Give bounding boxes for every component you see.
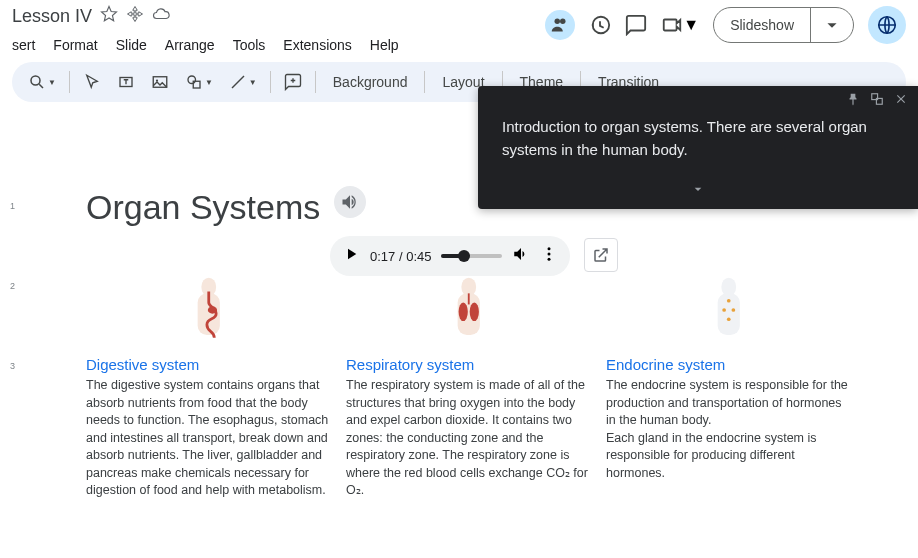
- digestive-image: [86, 272, 332, 348]
- volume-icon[interactable]: [512, 245, 530, 267]
- menu-arrange[interactable]: Arrange: [157, 33, 223, 57]
- svg-point-9: [548, 247, 551, 250]
- image-icon[interactable]: [145, 69, 175, 95]
- close-icon[interactable]: [894, 92, 908, 110]
- slideshow-button[interactable]: Slideshow: [713, 7, 854, 43]
- endocrine-title: Endocrine system: [606, 356, 852, 373]
- cloud-icon[interactable]: [152, 5, 170, 27]
- caption-text: Introduction to organ systems. There are…: [478, 116, 918, 177]
- document-title[interactable]: Lesson IV: [12, 6, 100, 27]
- svg-point-17: [459, 303, 468, 322]
- menu-slide[interactable]: Slide: [108, 33, 155, 57]
- speaker-icon[interactable]: [334, 186, 366, 218]
- svg-point-22: [723, 308, 727, 312]
- background-button[interactable]: Background: [323, 70, 418, 94]
- system-digestive[interactable]: Digestive system The digestive system co…: [86, 272, 332, 500]
- menu-format[interactable]: Format: [45, 33, 105, 57]
- menu-help[interactable]: Help: [362, 33, 407, 57]
- endocrine-body: The endocrine system is responsible for …: [606, 377, 852, 482]
- zoom-icon[interactable]: ▼: [22, 69, 62, 95]
- menu-insert[interactable]: sert: [4, 33, 43, 57]
- move-icon[interactable]: [126, 5, 144, 27]
- svg-point-1: [560, 19, 566, 24]
- system-respiratory[interactable]: Respiratory system The respiratory syste…: [346, 272, 592, 500]
- expand-caption-icon[interactable]: [478, 177, 918, 209]
- digestive-body: The digestive system contains organs tha…: [86, 377, 332, 500]
- slideshow-label[interactable]: Slideshow: [714, 8, 811, 42]
- comment-icon[interactable]: [625, 14, 647, 36]
- svg-point-18: [470, 303, 479, 322]
- presence-indicator[interactable]: [545, 10, 575, 40]
- play-icon[interactable]: [342, 245, 360, 267]
- pin-icon[interactable]: [846, 92, 860, 110]
- history-icon[interactable]: [589, 14, 611, 36]
- svg-point-24: [727, 317, 731, 321]
- line-icon[interactable]: ▼: [223, 69, 263, 95]
- svg-point-10: [548, 253, 551, 256]
- shape-icon[interactable]: ▼: [179, 69, 219, 95]
- svg-point-21: [727, 299, 731, 303]
- popout-caption-icon[interactable]: [870, 92, 884, 110]
- svg-point-0: [555, 19, 561, 24]
- share-icon[interactable]: [868, 6, 906, 44]
- popout-icon[interactable]: [584, 238, 618, 272]
- star-icon[interactable]: [100, 5, 118, 27]
- respiratory-body: The respiratory system is made of all of…: [346, 377, 592, 500]
- respiratory-title: Respiratory system: [346, 356, 592, 373]
- menu-extensions[interactable]: Extensions: [275, 33, 359, 57]
- audio-player: 0:17 / 0:45: [330, 236, 570, 276]
- select-icon[interactable]: [77, 69, 107, 95]
- endocrine-image: [606, 272, 852, 348]
- menu-tools[interactable]: Tools: [225, 33, 274, 57]
- svg-point-23: [732, 308, 736, 312]
- video-call-icon[interactable]: ▼: [661, 14, 699, 36]
- svg-point-14: [208, 306, 217, 313]
- slideshow-dropdown[interactable]: [811, 8, 853, 42]
- svg-point-7: [188, 76, 196, 84]
- more-icon[interactable]: [540, 245, 558, 267]
- vertical-ruler: 1 2 3: [0, 106, 28, 558]
- system-endocrine[interactable]: Endocrine system The endocrine system is…: [606, 272, 852, 500]
- caption-panel: Introduction to organ systems. There are…: [478, 86, 918, 209]
- audio-seek-slider[interactable]: [441, 254, 502, 258]
- textbox-icon[interactable]: [111, 69, 141, 95]
- svg-point-3: [31, 76, 40, 85]
- comment-add-icon[interactable]: [278, 69, 308, 95]
- respiratory-image: [346, 272, 592, 348]
- audio-time: 0:17 / 0:45: [370, 249, 431, 264]
- digestive-title: Digestive system: [86, 356, 332, 373]
- svg-point-11: [548, 258, 551, 261]
